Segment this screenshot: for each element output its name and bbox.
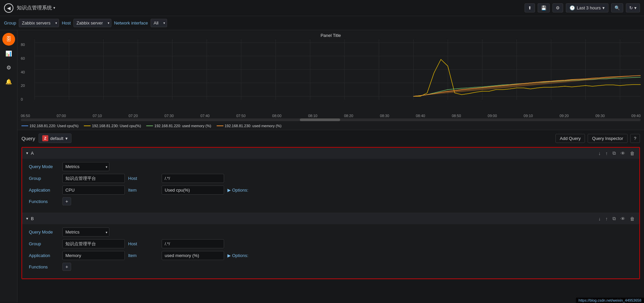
functions-row-b: Functions + [29, 263, 633, 271]
legend-item-2: 192.168.81.220: used memory (%) [146, 124, 211, 128]
sidebar-item-database[interactable]: 🗄 [2, 33, 15, 46]
chart-area: 80 60 40 20 0 [17, 39, 644, 113]
sidebar-item-settings[interactable]: ⚙ [2, 61, 15, 74]
save-button[interactable]: 💾 [538, 3, 550, 12]
network-select-wrapper[interactable]: All [151, 19, 167, 27]
block-a-arrow: ▼ [25, 151, 29, 155]
query-inspector-button[interactable]: Query Inspector [588, 134, 628, 143]
x-label-0750: 07:50 [236, 114, 246, 118]
group-filter-label: Group [4, 20, 16, 26]
refresh-arrow: ▾ [634, 5, 637, 10]
add-query-button[interactable]: Add Query [555, 134, 585, 143]
block-b-down-button[interactable]: ↓ [597, 215, 602, 222]
add-function-button-b[interactable]: + [62, 263, 71, 271]
app-title: 知识点管理系统 [17, 5, 52, 11]
query-block-b: ▼ B ↓ ↑ ⧉ 👁 🗑 Query Mode [22, 213, 639, 279]
item-input-b[interactable] [162, 251, 224, 260]
block-b-up-button[interactable]: ↑ [604, 215, 609, 222]
group-label-b: Group [29, 241, 59, 246]
application-input-a[interactable] [62, 186, 125, 195]
network-select[interactable]: All [151, 19, 167, 27]
share-button[interactable]: ⬆ [525, 3, 535, 12]
legend-dot-3 [217, 125, 223, 126]
title-dropdown-arrow[interactable]: ▾ [53, 6, 55, 10]
host-select-wrapper[interactable]: Zabbix server [73, 19, 111, 27]
time-range-button[interactable]: 🕐 Last 3 hours ▾ [566, 3, 608, 12]
x-label-0740: 07:40 [200, 114, 210, 118]
footer-url: https://blog.csdn.net/weixin_44953658 [579, 298, 641, 302]
legend-label-2: 192.168.81.220: used memory (%) [154, 124, 211, 128]
sidebar: 🗄 📊 ⚙ 🔔 [0, 30, 17, 302]
app-item-row-b: Application Item ▶ Options: [29, 251, 633, 260]
group-input-b[interactable] [62, 239, 125, 248]
app-item-row-a: Application Item ▶ Options: [29, 186, 633, 195]
host-input-b[interactable] [162, 239, 224, 248]
host-input-a[interactable] [162, 174, 224, 183]
legend-dot-2 [146, 125, 153, 126]
block-b-delete-button[interactable]: 🗑 [629, 215, 636, 222]
x-label-0650: 06:50 [21, 114, 30, 118]
legend-label-1: 192.168.81.230: Used cpu(%) [92, 124, 141, 128]
add-function-button-a[interactable]: + [62, 197, 71, 205]
help-button[interactable]: ? [630, 134, 640, 143]
legend-item-3: 192.168.81.230: used memory (%) [217, 124, 281, 128]
query-section: Query Z default ▾ Add Query Query Inspec… [17, 130, 644, 302]
item-label-a: Item [128, 188, 158, 193]
query-mode-select-wrapper-b[interactable]: Metrics [62, 228, 109, 237]
query-label: Query [21, 136, 35, 141]
scrollbar-thumb[interactable] [300, 118, 340, 121]
x-label-0720: 07:20 [128, 114, 138, 118]
query-mode-select-a[interactable]: Metrics [62, 162, 109, 171]
sidebar-item-chart[interactable]: 📊 [2, 47, 15, 60]
options-button-a[interactable]: ▶ Options: [227, 188, 248, 193]
chart-svg [21, 39, 641, 106]
x-label-0840: 08:40 [416, 114, 425, 118]
chart-scrollbar[interactable] [21, 118, 641, 121]
group-input-a[interactable] [62, 174, 125, 183]
query-header: Query Z default ▾ Add Query Query Inspec… [21, 134, 640, 143]
block-a-controls: ↓ ↑ ⧉ 👁 🗑 [597, 150, 636, 157]
zabbix-logo: Z [42, 135, 48, 141]
query-block-a-header[interactable]: ▼ A ↓ ↑ ⧉ 👁 🗑 [22, 148, 639, 159]
dashboard-settings-button[interactable]: ⚙ [552, 3, 563, 12]
block-a-eye-button[interactable]: 👁 [619, 150, 627, 157]
refresh-button[interactable]: ↻ ▾ [626, 3, 640, 12]
block-a-down-button[interactable]: ↓ [597, 150, 602, 157]
group-select[interactable]: Zabbix servers [19, 19, 59, 27]
legend-label-3: 192.168.81.230: used memory (%) [225, 124, 281, 128]
block-a-delete-button[interactable]: 🗑 [629, 150, 636, 157]
host-select[interactable]: Zabbix server [73, 19, 111, 27]
group-label-a: Group [29, 176, 59, 181]
block-b-eye-button[interactable]: 👁 [619, 215, 627, 222]
application-input-b[interactable] [62, 251, 125, 260]
x-label-0940: 09:40 [631, 114, 641, 118]
query-block-b-header[interactable]: ▼ B ↓ ↑ ⧉ 👁 🗑 [22, 213, 639, 224]
y-label-0: 0 [21, 97, 25, 101]
block-b-duplicate-button[interactable]: ⧉ [611, 215, 617, 222]
x-label-0830: 08:30 [380, 114, 389, 118]
application-label-a: Application [29, 188, 59, 193]
back-button[interactable]: ◀ [4, 3, 13, 13]
datasource-select[interactable]: Z default ▾ [39, 134, 71, 143]
sidebar-item-alerts[interactable]: 🔔 [2, 75, 15, 88]
x-label-0710: 07:10 [93, 114, 102, 118]
x-label-0930: 09:30 [595, 114, 605, 118]
query-mode-select-wrapper-a[interactable]: Metrics [62, 162, 109, 171]
block-a-up-button[interactable]: ↑ [604, 150, 609, 157]
query-mode-select-b[interactable]: Metrics [62, 228, 109, 237]
query-block-a-body: Query Mode Metrics Group Host [22, 159, 639, 213]
host-label-a: Host [128, 176, 158, 181]
legend-label-0: 192.168.81.220: Used cpu(%) [30, 124, 78, 128]
options-button-b[interactable]: ▶ Options: [227, 253, 248, 258]
chart-panel: Panel Title 80 60 40 20 0 [17, 30, 644, 130]
x-label-0810: 08:10 [308, 114, 318, 118]
legend-item-1: 192.168.81.230: Used cpu(%) [84, 124, 141, 128]
query-block-b-body: Query Mode Metrics Group Host [22, 224, 639, 278]
search-button[interactable]: 🔍 [611, 3, 623, 12]
query-mode-label-b: Query Mode [29, 230, 59, 235]
item-label-b: Item [128, 253, 158, 258]
item-input-a[interactable] [162, 186, 224, 195]
query-right-buttons: Add Query Query Inspector ? [555, 134, 640, 143]
block-a-duplicate-button[interactable]: ⧉ [611, 150, 617, 157]
group-select-wrapper[interactable]: Zabbix servers [19, 19, 59, 27]
